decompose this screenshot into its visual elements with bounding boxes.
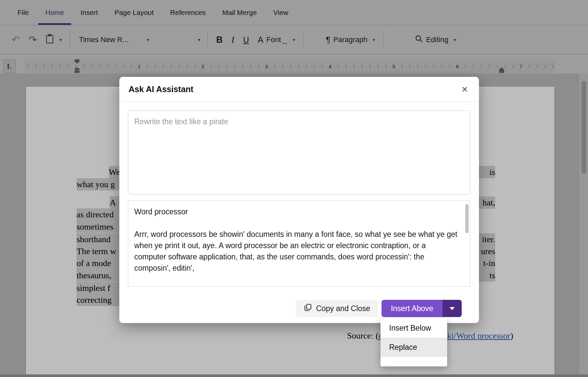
ai-assistant-dialog: Ask AI Assistant × Word processor Arrr, … bbox=[119, 77, 479, 323]
dialog-body: Word processor Arrr, word processors be … bbox=[119, 102, 479, 317]
copy-icon bbox=[304, 303, 312, 313]
result-text: Arrr, word processors be showin' documen… bbox=[134, 229, 459, 274]
insert-options-toggle[interactable] bbox=[442, 300, 462, 317]
menu-item-replace[interactable]: Replace bbox=[381, 338, 447, 357]
dialog-title: Ask AI Assistant bbox=[129, 84, 193, 94]
result-box: Word processor Arrr, word processors be … bbox=[128, 200, 470, 287]
copy-and-close-label: Copy and Close bbox=[316, 304, 370, 313]
menu-item-insert-below[interactable]: Insert Below bbox=[381, 318, 447, 338]
chevron-down-icon bbox=[449, 307, 455, 310]
insert-above-button[interactable]: Insert Above bbox=[382, 300, 442, 317]
dialog-footer: Copy and Close Insert Above bbox=[128, 300, 470, 317]
copy-and-close-button[interactable]: Copy and Close bbox=[296, 300, 378, 317]
result-heading: Word processor bbox=[134, 206, 459, 217]
insert-split-button: Insert Above bbox=[382, 300, 462, 317]
result-scrollbar-thumb[interactable] bbox=[465, 204, 469, 233]
close-icon[interactable]: × bbox=[460, 83, 470, 95]
dialog-header: Ask AI Assistant × bbox=[119, 77, 479, 102]
insert-options-menu: Insert Below Replace bbox=[381, 318, 447, 366]
prompt-input[interactable] bbox=[128, 110, 470, 194]
